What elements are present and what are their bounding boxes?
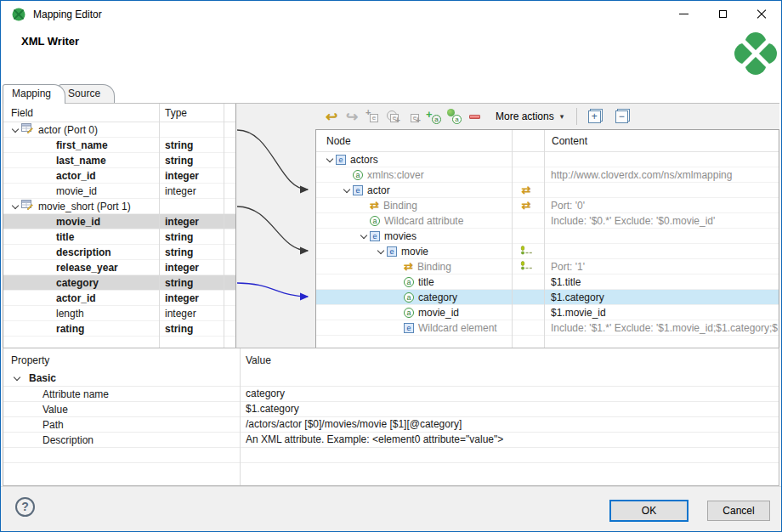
expand-all-icon: +	[588, 110, 601, 123]
mapping-arrow	[237, 130, 308, 190]
field-row[interactable]: ratingstring	[3, 321, 235, 337]
property-panel-header: Property Value	[3, 348, 779, 371]
field-row[interactable]: actor_idinteger	[3, 168, 235, 184]
redo-arrow-icon: ↪	[346, 108, 358, 126]
tree-content-cell	[551, 229, 779, 244]
maximize-button[interactable]	[703, 1, 742, 27]
field-name: last_name	[56, 153, 106, 168]
tree-node-label: movie	[401, 244, 428, 259]
ok-button[interactable]: OK	[609, 500, 688, 522]
column-header-node: Node	[326, 135, 351, 147]
mapping-arrow	[237, 207, 308, 251]
tree-node-cell: aWildcard attribute	[316, 213, 512, 229]
page-title: XML Writer	[21, 35, 79, 48]
field-name: actor_id	[56, 168, 96, 184]
mapping-arrow	[237, 283, 308, 297]
map-selection-button[interactable]: ↩	[322, 107, 341, 126]
tree-row[interactable]: axmlns:cloverhttp://www.cloverdx.com/ns/…	[316, 167, 779, 183]
field-row[interactable]: release_yearinteger	[3, 260, 235, 275]
field-row[interactable]: titlestring	[3, 229, 235, 245]
tree-row[interactable]: emovies	[316, 229, 779, 244]
expand-all-button[interactable]: +	[585, 107, 604, 126]
collapse-all-button[interactable]: −	[612, 107, 631, 126]
tree-node-label: actor	[367, 183, 390, 198]
property-panel: Property Value BasicAttribute namecatego…	[3, 348, 779, 486]
close-button[interactable]	[742, 1, 781, 27]
expander-chevron-icon[interactable]	[8, 206, 21, 208]
more-actions-button[interactable]: More actions▾	[490, 109, 569, 124]
tree-row[interactable]: ⇄Binding⇄Port: '0'	[316, 198, 779, 213]
field-row[interactable]: last_namestring	[3, 153, 235, 168]
remove-minus-icon	[469, 115, 480, 119]
field-row[interactable]: lengthinteger	[3, 306, 235, 321]
field-label-cell: length	[3, 306, 84, 321]
column-divider	[159, 104, 160, 348]
tree-node-cell: emovies	[316, 229, 512, 244]
tree-row[interactable]: ⇄BindingPort: '1'	[316, 259, 779, 274]
attribute-icon: a	[404, 277, 414, 287]
expander-chevron-icon[interactable]	[323, 159, 336, 161]
property-row[interactable]: DescriptionAn XML attribute. Example: <e…	[3, 432, 779, 447]
tree-row[interactable]: acategory$1.category	[316, 290, 779, 305]
field-row[interactable]: categorystring	[3, 275, 235, 291]
expander-chevron-icon[interactable]	[374, 251, 387, 253]
minimize-button[interactable]	[664, 1, 703, 27]
field-row[interactable]: movie_idinteger	[3, 184, 235, 199]
property-row[interactable]: Path/actors/actor [$0]/movies/movie [$1]…	[3, 416, 779, 432]
expander-chevron-icon[interactable]	[10, 377, 23, 380]
tab-source[interactable]: Source	[59, 84, 115, 103]
tree-row[interactable]: atitle$1.title	[316, 274, 779, 290]
attribute-icon: a	[370, 216, 380, 226]
field-label-cell: actor_id	[3, 168, 96, 184]
field-row[interactable]: actor_idinteger	[3, 291, 235, 306]
field-name: movie_id	[56, 214, 100, 229]
add-attribute-button[interactable]: +a	[424, 107, 443, 126]
field-row[interactable]: movie_idinteger	[3, 214, 235, 229]
field-name: first_name	[56, 138, 108, 153]
wrap-with-element-button: e+	[383, 107, 402, 126]
tree-row[interactable]: eactors	[316, 152, 779, 167]
field-label-cell: movie_id	[3, 214, 100, 229]
tree-node-label: xmlns:clover	[367, 167, 424, 183]
expander-chevron-icon[interactable]	[8, 129, 21, 132]
field-row[interactable]: movie_short (Port 1)	[3, 199, 235, 214]
field-type: string	[165, 321, 193, 337]
tree-node-cell: acategory	[316, 290, 512, 305]
tree-row[interactable]: eactor⇄	[316, 183, 779, 198]
window-controls	[664, 1, 781, 27]
field-type: integer	[165, 214, 199, 229]
add-sibling-element-button: e+	[404, 107, 422, 126]
field-type: integer	[165, 168, 199, 184]
property-row[interactable]: Value$1.category	[3, 401, 779, 416]
field-row[interactable]: descriptionstring	[3, 245, 235, 260]
property-group-row[interactable]: Basic	[3, 371, 779, 386]
chevron-down-icon	[13, 373, 20, 380]
tree-binding-cell	[513, 244, 544, 259]
binding-swap-icon: ⇄	[522, 185, 531, 195]
cancel-button[interactable]: Cancel	[707, 501, 770, 521]
property-group-label: Basic	[3, 371, 240, 386]
tree-row[interactable]: eWildcard elementInclude: '$1.*' Exclude…	[316, 320, 779, 336]
tree-node-label: actors	[350, 152, 378, 167]
add-wildcard-attribute-button[interactable]: a	[445, 107, 463, 126]
remove-button[interactable]	[465, 107, 484, 126]
property-row[interactable]: Attribute namecategory	[3, 386, 779, 401]
expander-chevron-icon[interactable]	[340, 190, 353, 192]
help-button[interactable]: ?	[15, 497, 35, 517]
tree-content-cell: Port: '0'	[551, 198, 779, 213]
field-name: movie_id	[56, 184, 97, 199]
close-icon	[756, 9, 767, 20]
field-row[interactable]: actor (Port 0)	[3, 122, 235, 138]
attribute-icon: a	[353, 170, 363, 180]
tree-row[interactable]: amovie_id$1.movie_id	[316, 305, 779, 320]
titlebar: Mapping Editor	[1, 1, 781, 28]
tree-content-cell: http://www.cloverdx.com/ns/xmlmapping	[551, 167, 779, 183]
field-type: integer	[165, 260, 199, 275]
tree-row[interactable]: emovie	[316, 244, 779, 259]
column-header-property: Property	[11, 354, 49, 366]
tree-row[interactable]: aWildcard attributeInclude: '$0.*' Exclu…	[316, 213, 779, 229]
field-row[interactable]: first_namestring	[3, 138, 235, 153]
toolbar-separator	[576, 108, 577, 125]
expander-chevron-icon[interactable]	[357, 235, 370, 238]
tab-mapping[interactable]: Mapping	[3, 84, 65, 104]
